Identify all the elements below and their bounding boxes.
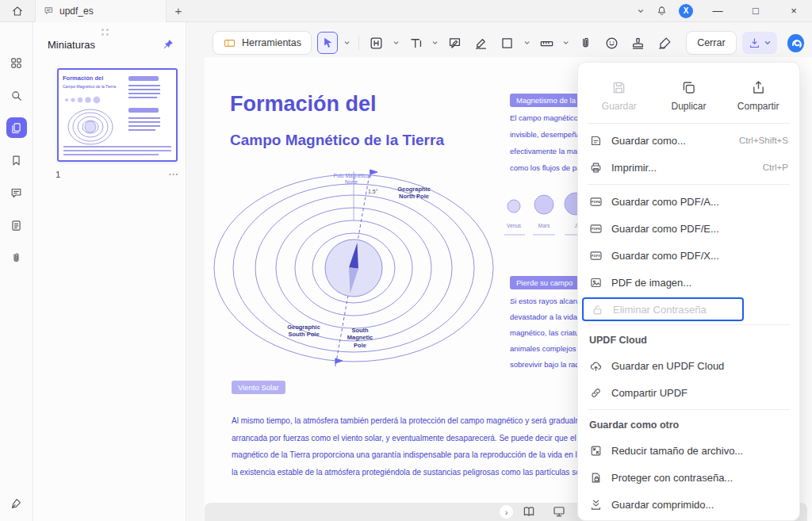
menu-section-updf-cloud: UPDF Cloud: [578, 328, 799, 352]
square-shape-icon: [500, 36, 515, 51]
left-sidebar: [0, 22, 33, 521]
menu-item-guardar-como[interactable]: Guardar como... Ctrl+Shift+S: [578, 127, 799, 154]
guardar-label: Guardar: [602, 101, 637, 112]
page-number: 1: [56, 170, 60, 179]
heading-tool-chevron-icon[interactable]: [393, 39, 400, 47]
sidebar-bookmarks-button[interactable]: [6, 150, 27, 170]
menu-item-pdf-e[interactable]: Guardar como PDF/E...: [578, 215, 799, 242]
pdfa-icon: [589, 195, 603, 209]
highlighter-icon: [473, 36, 488, 51]
shapes-tool-chevron-icon[interactable]: [523, 39, 530, 47]
menu-divider: [588, 409, 790, 410]
sidebar-extract-button[interactable]: [6, 215, 27, 236]
cerrar-label: Cerrar: [697, 37, 725, 48]
tab-doc-icon: [44, 6, 54, 16]
pin-icon[interactable]: [162, 38, 174, 51]
signature-tool-button[interactable]: [654, 32, 675, 54]
menu-compartir-tile[interactable]: Compartir: [725, 79, 791, 112]
menu-item-pdf-imagen[interactable]: PDF de imagen...: [578, 269, 799, 296]
bookmark-icon: [10, 154, 23, 167]
home-button[interactable]: [0, 5, 35, 17]
svg-text:Venus: Venus: [507, 223, 522, 228]
menu-item-guardar-comprimido[interactable]: Guardar comprimido...: [578, 491, 799, 518]
menu-item-compartir-updf[interactable]: Compartir UPDF: [578, 379, 799, 406]
menu-item-imprimir[interactable]: Imprimir... Ctrl+P: [578, 154, 799, 181]
minimize-button[interactable]: —: [704, 0, 731, 22]
text-icon: [408, 36, 423, 51]
menu-section-guardar-como-otro: Guardar como otro: [578, 413, 799, 437]
apps-grid-icon: [10, 56, 23, 70]
menu-item-pdf-x[interactable]: Guardar como PDF/X...: [578, 242, 799, 269]
notifications-button[interactable]: [656, 5, 668, 17]
highlighter-tool-button[interactable]: [471, 32, 492, 54]
sidebar-search-button[interactable]: [6, 85, 27, 105]
titlebar: updf_es + X — □ ×: [0, 0, 812, 22]
measure-tool-chevron-icon[interactable]: [562, 39, 569, 47]
thumbnail-more-button[interactable]: ⋯: [168, 168, 179, 180]
cerrar-button[interactable]: Cerrar: [686, 31, 736, 55]
stamp-tool-button[interactable]: [628, 32, 649, 54]
shortcut-label: Ctrl+P: [763, 163, 788, 172]
attach-tool-button[interactable]: [576, 32, 596, 54]
save-dropdown-menu: Guardar Duplicar Compartir Guardar como.…: [577, 62, 800, 521]
sidebar-comments-button[interactable]: [6, 182, 27, 203]
share-icon: [750, 79, 767, 96]
menu-guardar-tile[interactable]: Guardar: [586, 79, 653, 112]
svg-text:Formación del: Formación del: [63, 75, 103, 82]
close-button[interactable]: ×: [780, 0, 807, 22]
label-angle: 1.5°: [368, 189, 378, 196]
stamp-icon: [630, 36, 645, 51]
page-thumbnail[interactable]: Formación del Campo Magnético de la Tier…: [57, 68, 178, 162]
pages-icon: [10, 121, 23, 135]
comment-icon: [10, 186, 23, 200]
unlock-icon: [591, 303, 604, 316]
measure-tool-button[interactable]: [536, 32, 557, 54]
sidebar-thumbnails-button[interactable]: [6, 117, 27, 138]
signature-icon: [657, 36, 672, 51]
save-icon: [611, 79, 627, 96]
titlebar-chevron-down-icon[interactable]: [637, 7, 645, 15]
right-col-paragraph-2: Si estos rayos alcanz devastador a la vi…: [510, 293, 584, 373]
thumbnails-panel: Miniaturas Formación del Campo Magnético…: [33, 22, 186, 521]
maximize-button[interactable]: □: [742, 0, 769, 22]
user-avatar[interactable]: X: [679, 4, 693, 18]
text-tool-button[interactable]: [405, 32, 426, 54]
sticker-tool-button[interactable]: [602, 32, 622, 54]
pdfe-icon: [589, 222, 603, 236]
heading-icon: [369, 36, 384, 51]
save-as-icon: [589, 134, 603, 147]
ticket-icon: [223, 36, 236, 50]
menu-item-eliminar-contrasena[interactable]: Eliminar Contraseña: [582, 297, 744, 321]
text-tool-chevron-icon[interactable]: [431, 39, 439, 47]
sidebar-apps-button[interactable]: [6, 52, 27, 73]
reader-mode-button[interactable]: [522, 504, 536, 519]
sidebar-sign-button[interactable]: [6, 492, 27, 513]
new-tab-button[interactable]: +: [167, 4, 190, 17]
heading-tool-button[interactable]: [366, 32, 387, 54]
herramientas-button[interactable]: Herramientas: [213, 31, 312, 55]
compartir-label: Compartir: [737, 101, 779, 112]
menu-duplicar-tile[interactable]: Duplicar: [655, 79, 722, 112]
ruler-icon: [539, 36, 554, 51]
expand-right-button[interactable]: ›: [500, 505, 513, 519]
save-menu-anchor-button[interactable]: [742, 32, 777, 54]
panel-title: Miniaturas: [48, 39, 95, 51]
sticker-smiley-icon: [604, 36, 619, 51]
menu-item-guardar-updf-cloud[interactable]: Guardar en UPDF Cloud: [578, 352, 799, 379]
document-tab[interactable]: updf_es: [35, 0, 167, 22]
cursor-icon: [320, 36, 335, 51]
comment-pencil-icon: [447, 36, 462, 51]
shapes-tool-button[interactable]: [497, 32, 518, 54]
menu-item-pdf-a[interactable]: Guardar como PDF/A...: [578, 188, 799, 215]
select-tool-chevron-icon[interactable]: [343, 39, 350, 47]
panel-drag-handle[interactable]: [102, 29, 104, 31]
presentation-button[interactable]: [552, 504, 566, 519]
duplicate-icon: [680, 79, 697, 96]
select-tool-button[interactable]: [317, 32, 338, 54]
updf-ai-button[interactable]: [787, 34, 804, 52]
comment-tool-button[interactable]: [444, 32, 465, 54]
doc-title-line2: Campo Magnético de la Tierra: [230, 132, 444, 149]
menu-item-reducir-tamano[interactable]: Reducir tamaño de archivo...: [578, 437, 799, 464]
menu-item-proteger-contrasena[interactable]: Proteger con contraseña...: [578, 464, 799, 491]
sidebar-attachments-button[interactable]: [6, 247, 27, 268]
